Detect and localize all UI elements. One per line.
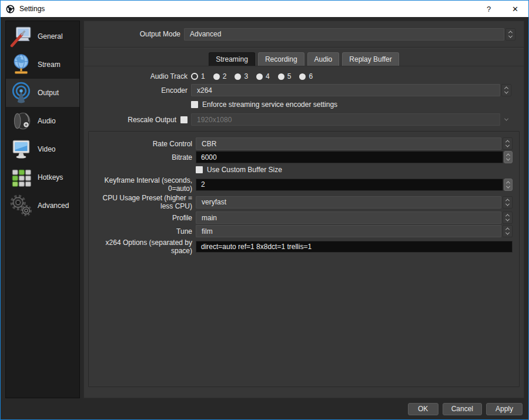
radio-label: 4	[266, 72, 270, 80]
apply-button[interactable]: Apply	[486, 403, 523, 415]
x264-options-label: x264 Options (separated by space)	[89, 238, 192, 255]
sidebar-item-label: General	[38, 32, 63, 41]
encoder-settings-group: Rate Control CBR Bitrate 6000	[88, 131, 520, 387]
output-mode-select[interactable]: Advanced	[184, 28, 515, 41]
advanced-icon	[9, 194, 33, 217]
cpu-usage-preset-select[interactable]: veryfast	[196, 196, 513, 209]
stream-icon	[9, 53, 33, 76]
window-title: Settings	[19, 5, 45, 13]
combo-spinner[interactable]	[503, 211, 513, 224]
rate-control-value: CBR	[196, 137, 501, 150]
general-icon	[9, 25, 33, 48]
output-tabbar: Streaming Recording Audio Replay Buffer	[84, 48, 524, 66]
rescale-resolution-value: 1920x1080	[191, 113, 500, 126]
encoder-select[interactable]: x264	[191, 84, 511, 96]
close-button[interactable]: ✕	[502, 1, 528, 17]
profile-label: Profile	[89, 214, 192, 222]
sidebar-item-advanced[interactable]: Advanced	[6, 191, 79, 220]
sidebar-item-stream[interactable]: Stream	[6, 51, 79, 79]
output-settings-panel: Output Mode Advanced Streaming Recording…	[83, 21, 524, 398]
encoder-value: x264	[191, 84, 500, 96]
keyframe-interval-label: Keyframe Interval (seconds, 0=auto)	[89, 176, 192, 193]
tab-streaming[interactable]: Streaming	[209, 52, 255, 66]
combo-spinner[interactable]	[503, 196, 513, 209]
enforce-checkbox[interactable]	[191, 101, 198, 108]
titlebar[interactable]: Settings ? ✕	[1, 1, 528, 17]
tab-replay-buffer[interactable]: Replay Buffer	[342, 52, 399, 66]
settings-sidebar: General Stream	[5, 21, 80, 398]
profile-value: main	[196, 211, 501, 224]
audio-track-radio-3[interactable]	[235, 73, 241, 80]
encoder-label: Encoder	[84, 86, 188, 95]
cpu-usage-preset-value: veryfast	[196, 196, 501, 209]
sidebar-item-output[interactable]: Output	[6, 79, 79, 107]
sidebar-item-general[interactable]: General	[6, 22, 79, 51]
enforce-row: Enforce streaming service encoder settin…	[84, 99, 524, 110]
sidebar-item-label: Hotkeys	[38, 173, 63, 182]
bitrate-value[interactable]: 6000	[196, 151, 503, 163]
keyframe-interval-value[interactable]: 2	[196, 179, 503, 191]
ok-button[interactable]: OK	[408, 403, 438, 415]
tune-label: Tune	[89, 227, 192, 236]
rate-control-row: Rate Control CBR	[89, 137, 519, 150]
sidebar-item-label: Advanced	[38, 201, 69, 210]
profile-select[interactable]: main	[196, 211, 513, 224]
bitrate-input[interactable]: 6000	[196, 151, 513, 163]
sidebar-item-label: Output	[38, 89, 59, 97]
enforce-checkbox-label: Enforce streaming service encoder settin…	[202, 100, 337, 109]
rate-control-select[interactable]: CBR	[196, 137, 513, 150]
cpu-usage-preset-row: CPU Usage Preset (higher = less CPU) ver…	[89, 194, 519, 210]
combo-spinner[interactable]	[501, 84, 511, 96]
sidebar-item-audio[interactable]: Audio	[6, 107, 79, 135]
spinbox-spinner[interactable]	[504, 179, 513, 191]
combo-dropdown-arrow	[501, 113, 511, 126]
audio-track-label: Audio Track	[84, 72, 188, 80]
keyframe-interval-input[interactable]: 2	[196, 179, 513, 191]
audio-track-radio-6[interactable]	[299, 73, 306, 80]
spinbox-spinner[interactable]	[504, 151, 513, 163]
cancel-button[interactable]: Cancel	[443, 403, 482, 415]
rescale-output-label: Rescale Output	[128, 116, 176, 124]
output-mode-value: Advanced	[184, 28, 504, 41]
cpu-usage-preset-label: CPU Usage Preset (higher = less CPU)	[89, 194, 192, 210]
tab-recording[interactable]: Recording	[258, 52, 304, 66]
rate-control-label: Rate Control	[89, 140, 192, 148]
rescale-resolution-select[interactable]: 1920x1080	[191, 113, 511, 126]
hotkeys-icon	[9, 166, 33, 189]
obs-logo-icon	[6, 5, 15, 14]
radio-label: 6	[309, 72, 313, 80]
profile-row: Profile main	[89, 211, 519, 224]
x264-options-input[interactable]: direct=auto ref=1 8x8dct=1 trellis=1	[196, 241, 513, 253]
audio-track-radio-4[interactable]	[256, 73, 263, 80]
audio-track-radio-1[interactable]	[191, 73, 198, 80]
combo-spinner[interactable]	[505, 28, 515, 41]
sidebar-item-label: Stream	[38, 61, 61, 69]
rescale-output-row: Rescale Output 1920x1080	[84, 113, 524, 126]
output-mode-label: Output Mode	[84, 30, 180, 38]
sidebar-item-hotkeys[interactable]: Hotkeys	[6, 163, 79, 191]
custom-buffer-checkbox-label: Use Custom Buffer Size	[207, 166, 282, 174]
custom-buffer-checkbox[interactable]	[196, 166, 203, 173]
sidebar-item-video[interactable]: Video	[6, 135, 79, 163]
audio-track-radio-2[interactable]	[213, 73, 220, 80]
dialog-footer: OK Cancel Apply	[1, 398, 528, 419]
tune-row: Tune film	[89, 225, 519, 237]
output-icon	[9, 81, 33, 105]
combo-spinner[interactable]	[503, 137, 513, 150]
tune-value: film	[196, 225, 501, 237]
video-icon	[9, 137, 33, 161]
audio-track-radio-5[interactable]	[278, 73, 284, 80]
keyframe-interval-row: Keyframe Interval (seconds, 0=auto) 2	[89, 176, 519, 193]
sidebar-item-label: Video	[38, 145, 55, 153]
radio-label: 2	[223, 72, 227, 80]
combo-spinner[interactable]	[503, 225, 513, 237]
audio-icon	[9, 109, 33, 133]
radio-label: 1	[201, 72, 205, 80]
help-button[interactable]: ?	[476, 1, 502, 17]
tab-audio[interactable]: Audio	[307, 52, 340, 66]
radio-label: 5	[287, 72, 292, 80]
x264-options-value: direct=auto ref=1 8x8dct=1 trellis=1	[201, 243, 312, 251]
rescale-output-checkbox[interactable]	[180, 116, 188, 123]
tune-select[interactable]: film	[196, 225, 513, 237]
encoder-row: Encoder x264	[84, 84, 524, 96]
